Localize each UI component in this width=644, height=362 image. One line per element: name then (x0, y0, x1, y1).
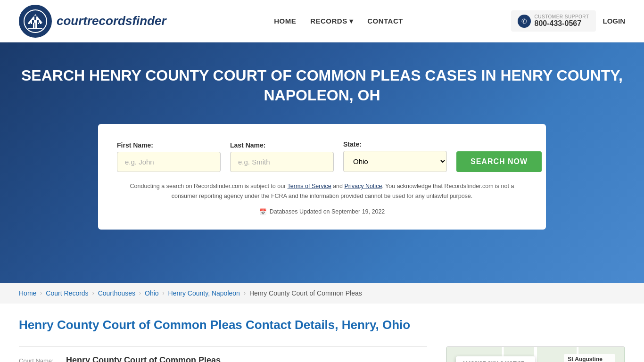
breadcrumb-home[interactable]: Home (19, 289, 36, 297)
logo-icon (19, 5, 52, 38)
page-title: Henry County Court of Common Pleas Conta… (19, 318, 625, 332)
support-box: ✆ CUSTOMER SUPPORT 800-433-0567 (511, 10, 596, 32)
last-name-group: Last Name: (230, 141, 334, 172)
first-name-group: First Name: (117, 141, 221, 172)
details-section: Court Name: Henry County Court of Common… (19, 346, 427, 362)
court-name-row: Court Name: Henry County Court of Common… (19, 346, 427, 362)
search-disclaimer: Conducting a search on Recordsfinder.com… (117, 181, 527, 202)
breadcrumb-courthouses[interactable]: Courthouses (98, 289, 135, 297)
last-name-input[interactable] (230, 152, 334, 172)
detail-map-row: Court Name: Henry County Court of Common… (19, 346, 625, 362)
hero-title: SEARCH HENRY COUNTY COURT OF COMMON PLEA… (19, 66, 625, 105)
breadcrumb-sep-1: › (40, 290, 42, 296)
svg-rect-5 (37, 20, 39, 23)
state-group: State: Ohio Alabama Alaska Arizona Calif… (343, 140, 447, 172)
map-section: 41°23'27.3"N 84°07'27... View larger map… (446, 346, 625, 362)
breadcrumb-ohio[interactable]: Ohio (145, 289, 159, 297)
svg-rect-11 (34, 23, 35, 28)
hero-section: SEARCH HENRY COUNTY COURT OF COMMON PLEA… (0, 42, 644, 283)
search-box: First Name: Last Name: State: Ohio Alaba… (98, 124, 546, 230)
nav-contact[interactable]: CONTACT (367, 17, 403, 25)
court-name-label: Court Name: (19, 357, 61, 362)
main-content: Henry County Court of Common Pleas Conta… (0, 304, 644, 362)
nav-home[interactable]: HOME (274, 17, 296, 25)
map-popup: 41°23'27.3"N 84°07'27... View larger map (456, 356, 535, 362)
nav-right: ✆ CUSTOMER SUPPORT 800-433-0567 LOGIN (511, 10, 625, 32)
last-name-label: Last Name: (230, 141, 334, 149)
support-text: CUSTOMER SUPPORT 800-433-0567 (535, 14, 589, 28)
svg-rect-15 (28, 28, 42, 29)
map-church-label: St AugustineCatholic Church (564, 354, 615, 362)
svg-rect-14 (41, 23, 42, 28)
state-label: State: (343, 140, 447, 148)
logo-text: courtrecordsfinder (57, 14, 166, 28)
first-name-label: First Name: (117, 141, 221, 149)
breadcrumb-court-records[interactable]: Court Records (46, 289, 88, 297)
court-name-value: Henry County Court of Common Pleas (66, 355, 221, 362)
breadcrumb-current: Henry County Court of Common Pleas (249, 289, 362, 297)
phone-icon: ✆ (518, 15, 531, 28)
breadcrumb-sep-4: › (163, 290, 165, 296)
svg-rect-9 (30, 23, 31, 28)
breadcrumb-sep-3: › (139, 290, 141, 296)
breadcrumb-sep-5: › (244, 290, 246, 296)
nav-records[interactable]: RECORDS ▾ (310, 17, 353, 25)
map-placeholder: 41°23'27.3"N 84°07'27... View larger map… (446, 346, 625, 362)
breadcrumb-sep-2: › (92, 290, 94, 296)
map-coords: 41°23'27.3"N 84°07'27... (462, 360, 529, 362)
svg-rect-7 (34, 16, 36, 20)
main-nav: HOME RECORDS ▾ CONTACT (274, 17, 403, 25)
breadcrumb-henry-county[interactable]: Henry County, Napoleon (168, 289, 240, 297)
svg-rect-8 (33, 16, 37, 16)
chevron-down-icon: ▾ (349, 17, 354, 25)
search-button[interactable]: SEARCH NOW (456, 151, 542, 172)
site-header: courtrecordsfinder HOME RECORDS ▾ CONTAC… (0, 0, 644, 42)
terms-link[interactable]: Terms of Service (288, 183, 331, 189)
state-select[interactable]: Ohio Alabama Alaska Arizona California (343, 151, 447, 172)
first-name-input[interactable] (117, 152, 221, 172)
logo-area[interactable]: courtrecordsfinder (19, 5, 166, 38)
calendar-icon: 📅 (259, 208, 267, 215)
map-inner: 41°23'27.3"N 84°07'27... View larger map… (446, 347, 625, 362)
svg-rect-12 (37, 23, 38, 28)
svg-rect-10 (32, 23, 33, 28)
privacy-link[interactable]: Privacy Notice (344, 183, 382, 189)
svg-rect-4 (32, 20, 34, 23)
search-fields: First Name: Last Name: State: Ohio Alaba… (117, 140, 527, 172)
breadcrumb: Home › Court Records › Courthouses › Ohi… (0, 283, 644, 304)
db-updated: 📅 Databases Updated on September 19, 202… (117, 208, 527, 215)
svg-rect-13 (39, 23, 40, 28)
login-button[interactable]: LOGIN (603, 17, 626, 25)
